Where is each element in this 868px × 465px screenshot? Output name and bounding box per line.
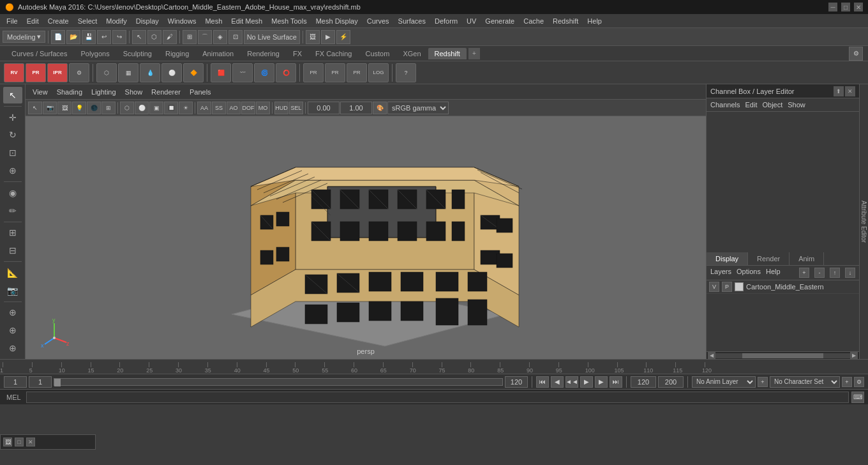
char-set-btn2[interactable]: ⚙ [854,377,864,387]
save-file-button[interactable]: 💾 [82,30,96,44]
step-forward-button[interactable]: ▶ [595,376,608,388]
rs-pr3-button[interactable]: PR [325,63,345,82]
vp-grid-btn[interactable]: ⊞ [101,102,116,114]
ws-tab-animation[interactable]: Animation [196,48,240,59]
rs-pr4-button[interactable]: PR [347,63,367,82]
vp-menu-show[interactable]: Show [122,87,146,97]
attribute-editor-tab[interactable]: Attribute Editor [859,84,868,359]
rs-spring-button[interactable]: 🌀 [254,63,274,82]
bottom-window-restore-button[interactable]: □ [15,438,24,446]
goto-end-button[interactable]: ⏭ [610,376,622,388]
scroll-left-button[interactable]: ◀ [708,352,715,360]
play-forward-button[interactable]: ▶ [580,376,593,388]
last-tool[interactable]: ⊕ [3,162,22,179]
menu-cache[interactable]: Cache [520,16,548,26]
vp-ao-btn[interactable]: AO [227,102,241,114]
add-div-tool[interactable]: ⊕ [3,304,22,321]
layers-menu-item[interactable]: Layers [710,268,731,278]
rs-settings-button[interactable]: ⚙ [69,63,89,82]
menu-redshift[interactable]: Redshift [549,16,582,26]
menu-windows[interactable]: Windows [164,16,200,26]
menu-edit[interactable]: Edit [23,16,43,26]
paint-select-button[interactable]: 🖌 [163,30,177,44]
ws-tab-curves-surfaces[interactable]: Curves / Surfaces [5,48,73,59]
timeline-ruler[interactable]: 1510152025303540455055606570758085909510… [0,360,868,374]
rs-cube-button[interactable]: 🟥 [211,63,231,82]
menu-mesh[interactable]: Mesh [201,16,226,26]
vp-wire-btn[interactable]: ⬡ [120,102,134,114]
layer-tab-display[interactable]: Display [707,252,748,265]
playback-end-input[interactable] [631,376,656,388]
char-set-select[interactable]: No Character Set [770,376,840,388]
ws-tab-rendering[interactable]: Rendering [241,48,286,59]
camera-tool[interactable]: 📷 [3,282,22,299]
menu-surfaces[interactable]: Surfaces [394,16,430,26]
sculpt-tool[interactable]: ✏ [3,202,22,219]
rs-drop1-button[interactable]: 💧 [140,63,160,82]
rs-help-button[interactable]: ? [396,63,416,82]
select-tool[interactable]: ↖ [3,87,22,103]
vp-menu-view[interactable]: View [29,87,51,97]
layer-tab-render[interactable]: Render [748,252,789,265]
menu-curves[interactable]: Curves [363,16,393,26]
rs-torus-button[interactable]: ⭕ [276,63,296,82]
workspace-gear-button[interactable]: ⚙ [849,47,863,61]
vp-menu-shading[interactable]: Shading [54,87,86,97]
layer-visibility[interactable]: V [709,282,719,292]
play-back-button[interactable]: ◄◄ [565,376,578,388]
minimize-button[interactable]: ─ [828,3,837,11]
snap-curve-button[interactable]: ⌒ [198,30,212,44]
menu-modify[interactable]: Modify [102,16,130,26]
restore-button[interactable]: □ [841,3,850,11]
vp-lgt-btn[interactable]: ☀ [179,102,193,114]
vp-aa-btn[interactable]: AA [197,102,211,114]
snap-grid-button[interactable]: ⊞ [183,30,197,44]
vp-menu-lighting[interactable]: Lighting [88,87,119,97]
current-frame-input[interactable]: 1 [4,376,27,388]
rs-box-button[interactable]: ⬡ [96,63,117,82]
vp-menu-renderer[interactable]: Renderer [148,87,184,97]
select-tool-button[interactable]: ↖ [132,30,146,44]
vp-cam-btn[interactable]: 📷 [43,102,57,114]
goto-start-button[interactable]: ⏮ [536,376,549,388]
layer-add-sel-button[interactable]: ↑ [830,268,840,278]
char-set-btn1[interactable]: + [842,377,852,387]
render-button[interactable]: ▶ [321,30,335,44]
rs-pr2-button[interactable]: PR [303,63,324,82]
ws-tab-xgen[interactable]: XGen [396,48,427,59]
frame-end-input[interactable]: 120 [505,376,528,388]
vp-select-btn[interactable]: ↖ [28,102,42,114]
rs-pr1-button[interactable]: PR [26,63,46,82]
scale-tool[interactable]: ⊡ [3,144,22,161]
frame-start-input[interactable]: 1 [29,376,52,388]
soft-mod-tool[interactable]: ◉ [3,185,22,201]
help-menu-item[interactable]: Help [766,268,781,278]
rs-bump-button[interactable]: 🔶 [183,63,204,82]
paint-tool[interactable]: ⊕ [3,322,22,339]
vp-gamma-select[interactable]: sRGB gamma [387,102,449,114]
render-settings-button[interactable]: 🖼 [306,30,320,44]
vp-dof-btn[interactable]: DOF [241,102,255,114]
rs-wave-button[interactable]: 〰 [232,63,253,82]
measure-tool[interactable]: 📐 [3,264,22,281]
step-back-button[interactable]: ◀ [551,376,564,388]
menu-help[interactable]: Help [583,16,606,26]
menu-file[interactable]: File [3,16,22,26]
title-bar-controls[interactable]: ─ □ ✕ [828,3,863,11]
menu-mesh-tools[interactable]: Mesh Tools [267,16,310,26]
snap-together-tool[interactable]: ⊟ [3,242,22,259]
ws-tab-custom[interactable]: Custom [359,48,396,59]
ipr-button[interactable]: ⚡ [336,30,350,44]
ws-tab-redshift[interactable]: Redshift [428,48,467,59]
options-menu-item[interactable]: Options [737,268,761,278]
scroll-thumb[interactable] [742,353,823,358]
timeline-thumb[interactable] [54,379,61,386]
mel-input[interactable] [26,392,849,403]
menu-mesh-display[interactable]: Mesh Display [312,16,362,26]
layer-add-button[interactable]: + [799,268,809,278]
layer-playback[interactable]: P [722,282,732,292]
close-button[interactable]: ✕ [854,3,863,11]
anim-layer-select[interactable]: No Anim Layer [692,376,756,388]
menu-edit-mesh[interactable]: Edit Mesh [227,16,266,26]
vp-menu-panels[interactable]: Panels [186,87,214,97]
